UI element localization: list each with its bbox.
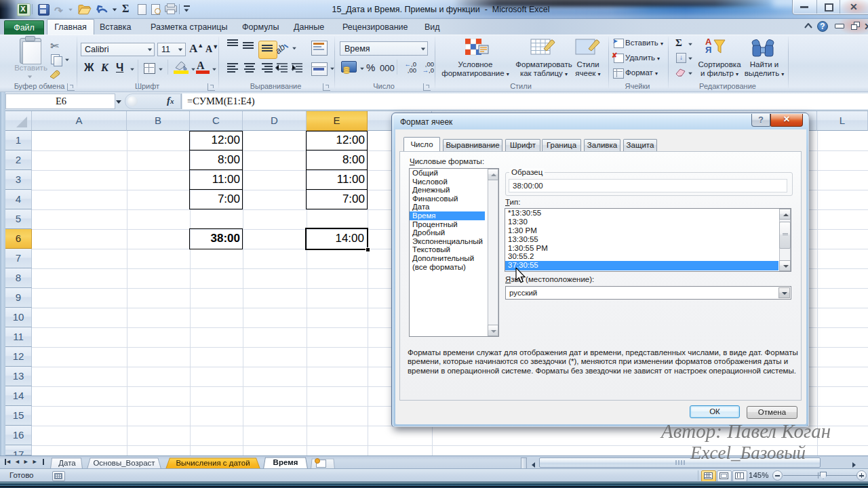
svg-text:ab: ab (275, 42, 287, 56)
